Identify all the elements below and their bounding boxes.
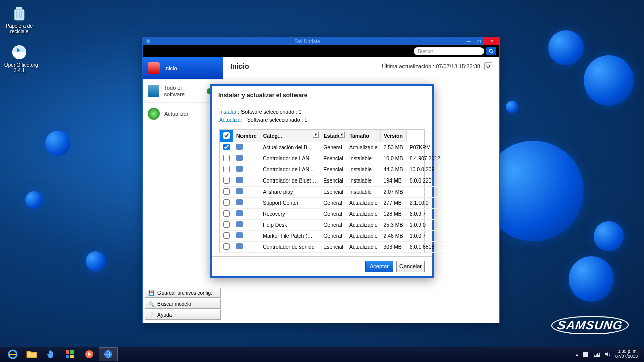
folder-icon [26, 350, 37, 359]
app-icon [10, 43, 28, 61]
dialog-title: Instalar y actualizar el software [212, 86, 432, 104]
software-icon [148, 85, 159, 97]
row-checkbox[interactable] [223, 243, 230, 250]
cell-name: Marker File Patch (Win8)1.0.0.7 [260, 230, 320, 241]
row-icon [236, 232, 243, 238]
minimize-button[interactable]: — [464, 37, 474, 45]
sidebar-item-label: Todo el software [164, 85, 203, 97]
clock[interactable]: 3:35 p. m. 07/07/2013 [615, 349, 638, 359]
save-config-button[interactable]: 💾Guardar archivos config. [145, 288, 221, 298]
update-icon [148, 108, 160, 120]
taskbar-app3[interactable] [79, 347, 99, 361]
button-label: Guardar archivos config. [157, 290, 212, 296]
cell-category: General [320, 197, 346, 208]
recycle-bin-icon[interactable]: Papelera de reciclaje [4, 4, 34, 34]
taskbar-sw-update[interactable] [99, 347, 118, 361]
header-category[interactable]: Categ...▾ [260, 130, 320, 142]
tray-chevron-icon[interactable]: ▴ [576, 352, 578, 357]
table-row[interactable]: Actualización del BIOS del sis...General… [220, 142, 443, 153]
header-state[interactable]: Estado▾ [320, 130, 346, 142]
refresh-button[interactable]: ⟳ [484, 62, 492, 70]
cell-size: 2,07 MB [381, 186, 407, 197]
cell-name: Actualización del BIOS del sis... [260, 142, 320, 153]
cell-category: Esencial [320, 153, 346, 164]
taskbar-app1[interactable] [41, 347, 60, 361]
cell-category: General [320, 208, 346, 219]
cell-category: Esencial [320, 175, 346, 186]
cell-state: Actualizable [346, 197, 381, 208]
accept-button[interactable]: Aceptar [365, 261, 393, 272]
taskbar-ie[interactable] [3, 347, 22, 361]
row-checkbox[interactable] [223, 210, 230, 217]
table-row[interactable]: Controlador de LAN inalámb...EsencialIns… [220, 164, 443, 175]
svg-line-7 [492, 52, 493, 53]
help-icon: ❔ [148, 312, 154, 318]
taskbar-app2[interactable] [60, 347, 79, 361]
table-row[interactable]: RecoveryGeneralActualizable128 MB6.0.9.7 [220, 208, 443, 219]
table-row[interactable]: Marker File Patch (Win8)1.0.0.7GeneralAc… [220, 230, 443, 241]
taskbar[interactable]: ▴ 3:35 p. m. 07/07/2013 [0, 347, 644, 362]
row-icon [236, 210, 243, 216]
cell-name: Help Desk [260, 219, 320, 230]
svg-rect-9 [66, 350, 69, 354]
row-icon [236, 144, 243, 150]
cell-version: 8.0.0.220 [407, 175, 443, 186]
row-checkbox[interactable] [223, 177, 230, 184]
table-row[interactable]: Help DeskGeneralActualizable25,3 MB1.0.9… [220, 219, 443, 230]
row-checkbox[interactable] [223, 188, 230, 195]
system-tray[interactable]: ▴ 3:35 p. m. 07/07/2013 [576, 349, 641, 359]
software-table: Nombre Categ...▾ Estado▾ Tamaño Versión … [219, 129, 425, 253]
header-name[interactable]: Nombre [233, 130, 260, 142]
sidebar-item-inicio[interactable]: Inicio [143, 57, 223, 80]
cell-size: 128 MB [381, 208, 407, 219]
table-row[interactable]: Controlador de BluetoothEsencialInstalab… [220, 175, 443, 186]
flag-icon[interactable] [582, 351, 589, 358]
home-icon [148, 62, 160, 74]
cell-size: 303 MB [381, 241, 407, 252]
table-row[interactable]: Controlador de sonidoEsencialActualizabl… [220, 241, 443, 252]
search-input[interactable]: Buscar [414, 47, 484, 55]
cell-state: Actualizable [346, 241, 381, 252]
chevron-down-icon[interactable]: ▾ [313, 132, 319, 138]
cell-size: 194 MB [381, 175, 407, 186]
row-checkbox[interactable] [223, 144, 230, 150]
chevron-down-icon[interactable]: ▾ [339, 132, 345, 138]
cell-version [407, 186, 443, 197]
header-select-all[interactable] [220, 130, 233, 142]
install-count: : Software seleccionado : 0 [236, 109, 301, 115]
cell-size: 10,0 MB [381, 153, 407, 164]
maximize-button[interactable]: ◻ [474, 37, 484, 45]
decorative-bubble [45, 131, 70, 156]
row-checkbox[interactable] [223, 155, 230, 161]
header-version[interactable]: Versión [381, 130, 407, 142]
table-row[interactable]: Controlador de LANEsencialInstalable10,0… [220, 153, 443, 164]
close-button[interactable]: ✕ [484, 37, 499, 45]
install-label: Instalar [219, 109, 236, 115]
cell-version: 10.0.0.209 [407, 164, 443, 175]
cell-category: Esencial [320, 241, 346, 252]
find-model-button[interactable]: 🔍Buscar modelo [145, 299, 221, 309]
cell-version: 6.0.9.7 [407, 208, 443, 219]
openoffice-icon[interactable]: OpenOffice.org 3.4.1 [4, 43, 34, 73]
search-icon: 🔍 [148, 301, 154, 307]
svg-rect-10 [70, 350, 74, 354]
network-icon[interactable] [593, 351, 600, 358]
taskbar-explorer[interactable] [22, 347, 41, 361]
cancel-button[interactable]: Cancelar [396, 261, 425, 272]
decorative-bubble [506, 101, 518, 113]
svg-rect-1 [16, 7, 22, 9]
help-button[interactable]: ❔Ayuda [145, 310, 221, 320]
table-row[interactable]: Allshare playEsencialInstalable2,07 MB [220, 186, 443, 197]
search-button[interactable] [486, 47, 496, 55]
table-row[interactable]: Support CenterGeneralActualizable277 MB2… [220, 197, 443, 208]
volume-icon[interactable] [604, 351, 611, 358]
row-checkbox[interactable] [223, 166, 230, 172]
samsung-logo: SAMSUNG [551, 316, 629, 334]
row-checkbox[interactable] [223, 221, 230, 228]
sidebar-item-label: Actualizar [164, 111, 188, 117]
titlebar[interactable]: SW Update — ◻ ✕ [143, 37, 499, 45]
row-checkbox[interactable] [223, 199, 230, 206]
header-size[interactable]: Tamaño [346, 130, 381, 142]
cell-state: Instalable [346, 164, 381, 175]
row-checkbox[interactable] [223, 232, 230, 239]
